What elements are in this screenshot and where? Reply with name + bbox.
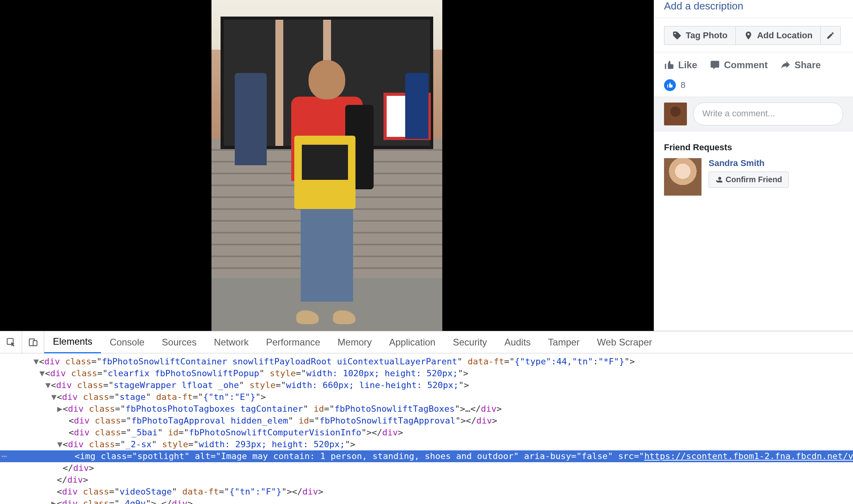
like-badge-icon: [664, 79, 676, 91]
friend-requests-block: Friend Requests Sandra Smith Confirm Fri…: [654, 131, 853, 207]
toggle-device-icon[interactable]: [22, 331, 44, 353]
like-count: 8: [681, 80, 685, 90]
friend-request-item: Sandra Smith Confirm Friend: [664, 158, 843, 196]
dom-line[interactable]: ▶<div class=" 4g9v">…</div>: [0, 498, 853, 504]
ellipsis-icon: ⋯: [2, 450, 7, 462]
add-location-button[interactable]: Add Location: [735, 26, 821, 45]
dom-line[interactable]: <div class="_5bai" id="fbPhotoSnowliftCo…: [0, 427, 853, 439]
confirm-friend-label: Confirm Friend: [726, 175, 782, 184]
photo-viewer: [0, 0, 654, 331]
devtools-tab-audits[interactable]: Audits: [496, 331, 539, 353]
dom-line[interactable]: </div>: [0, 474, 853, 486]
photo-image: [211, 0, 442, 331]
devtools-tab-performance[interactable]: Performance: [257, 331, 329, 353]
devtools-tab-memory[interactable]: Memory: [329, 331, 381, 353]
user-avatar[interactable]: [664, 103, 687, 125]
photo-sidebar: Add a description Tag Photo Add Location: [654, 0, 853, 331]
social-actions: Like Comment Share: [654, 52, 853, 76]
dom-line[interactable]: ▼<div class="clearfix fbPhotoSnowliftPop…: [0, 368, 853, 379]
comment-input[interactable]: Write a comment...: [693, 103, 843, 125]
devtools-tab-application[interactable]: Application: [380, 331, 444, 353]
likes-summary[interactable]: 8: [654, 76, 853, 97]
dom-line[interactable]: </div>: [0, 462, 853, 474]
comment-icon: [710, 60, 720, 70]
devtools-tab-tamper[interactable]: Tamper: [539, 331, 588, 353]
location-icon: [744, 31, 753, 40]
dom-line[interactable]: ▼<div class="_2-sx" style="width: 293px;…: [0, 439, 853, 450]
devtools-tab-web-scraper[interactable]: Web Scraper: [588, 331, 661, 353]
dom-line[interactable]: <div class="videoStage" data-ft="{"tn":"…: [0, 486, 853, 498]
devtools-tab-sources[interactable]: Sources: [153, 331, 205, 353]
friend-avatar[interactable]: [664, 158, 701, 196]
share-label: Share: [795, 60, 821, 71]
devtools-tab-elements[interactable]: Elements: [44, 331, 101, 353]
svg-rect-2: [33, 340, 37, 345]
tag-photo-label: Tag Photo: [686, 30, 728, 41]
comment-label: Comment: [724, 60, 768, 71]
dom-line[interactable]: ⋯ <img class="spotlight" alt="Image may …: [0, 450, 853, 462]
pencil-icon: [826, 31, 835, 40]
like-button[interactable]: Like: [664, 60, 697, 71]
devtools-tabs: ElementsConsoleSourcesNetworkPerformance…: [0, 331, 853, 353]
dom-line[interactable]: ▼<div class="stageWrapper lfloat _ohe" s…: [0, 379, 853, 391]
action-button-bar: Tag Photo Add Location: [654, 18, 853, 52]
dom-line[interactable]: ▼<div class="fbPhotoSnowliftContainer sn…: [0, 356, 853, 368]
add-friend-icon: [715, 176, 722, 183]
inspect-element-icon[interactable]: [0, 331, 22, 353]
photo-stage[interactable]: [0, 0, 654, 331]
dom-line[interactable]: <div class="fbPhotoTagApproval hidden_el…: [0, 415, 853, 427]
devtools-tab-security[interactable]: Security: [444, 331, 496, 353]
devtools-tab-console[interactable]: Console: [101, 331, 153, 353]
like-label: Like: [678, 60, 697, 71]
dom-line[interactable]: ▼<div class="stage" data-ft="{"tn":"E"}"…: [0, 391, 853, 403]
dom-line[interactable]: ▶<div class="fbPhotosPhotoTagboxes tagCo…: [0, 403, 853, 415]
add-description-link[interactable]: Add a description: [654, 0, 853, 18]
confirm-friend-button[interactable]: Confirm Friend: [709, 172, 789, 188]
comment-composer: Write a comment...: [654, 97, 853, 131]
add-location-label: Add Location: [757, 30, 813, 41]
comment-button[interactable]: Comment: [710, 60, 768, 71]
thumbs-up-icon: [664, 60, 674, 70]
dom-tree[interactable]: ▼<div class="fbPhotoSnowliftContainer sn…: [0, 353, 853, 504]
share-button[interactable]: Share: [780, 60, 821, 71]
devtools-panel: ElementsConsoleSourcesNetworkPerformance…: [0, 331, 853, 504]
friend-requests-title: Friend Requests: [664, 142, 843, 153]
devtools-tab-network[interactable]: Network: [205, 331, 257, 353]
tag-icon: [672, 31, 682, 40]
tag-photo-button[interactable]: Tag Photo: [664, 26, 735, 45]
share-icon: [780, 60, 791, 70]
friend-name-link[interactable]: Sandra Smith: [709, 158, 789, 168]
edit-button[interactable]: [821, 26, 841, 45]
